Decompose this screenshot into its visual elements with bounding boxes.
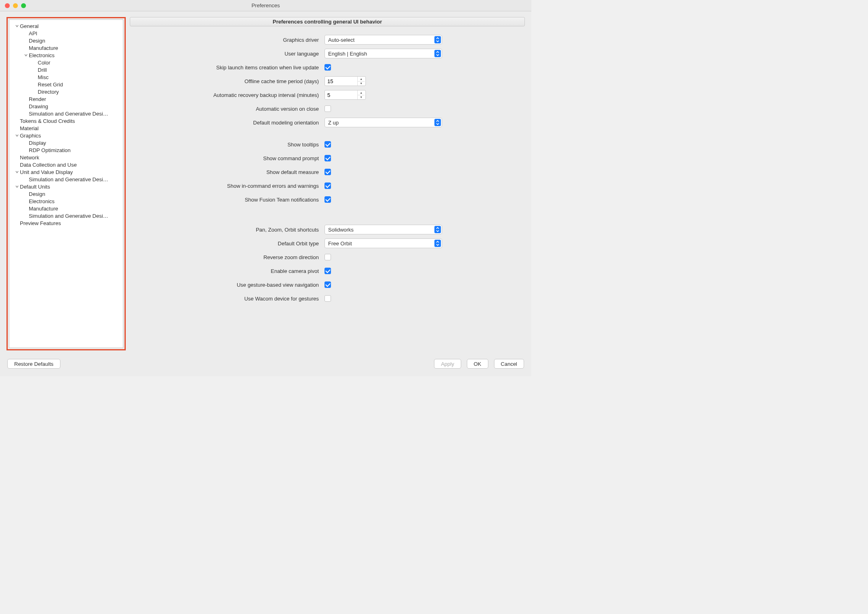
tree-item[interactable]: General	[11, 22, 121, 30]
tree-item[interactable]: Material	[11, 125, 121, 132]
updown-icon	[434, 240, 441, 247]
dropdown-value: Free Orbit	[328, 240, 352, 247]
tree-item-label: Network	[20, 155, 39, 161]
tree-item[interactable]: Display	[11, 139, 121, 146]
tree-item-label: Unit and Value Display	[20, 169, 73, 175]
ok-button[interactable]: OK	[467, 359, 488, 369]
setting-label: Pan, Zoom, Orbit shortcuts	[130, 227, 324, 233]
tree-item-label: Tokens & Cloud Credits	[20, 118, 75, 124]
dropdown[interactable]: English | English	[324, 49, 442, 58]
chevron-down-icon[interactable]	[14, 134, 20, 137]
setting-row: Show tooltips	[130, 139, 522, 150]
setting-label: Offline cache time period (days)	[130, 78, 324, 84]
tree-item[interactable]: Render	[11, 95, 121, 103]
tree-item[interactable]: Network	[11, 154, 121, 161]
chevron-down-icon[interactable]	[14, 170, 20, 174]
preferences-tree[interactable]: GeneralAPIDesignManufactureElectronicsCo…	[9, 19, 123, 348]
checkbox[interactable]	[324, 281, 331, 288]
spinner-down-icon[interactable]: ▼	[358, 82, 365, 86]
spinner-input[interactable]	[325, 90, 357, 99]
tree-item-label: Reset Grid	[38, 82, 63, 88]
tree-item[interactable]: API	[11, 30, 121, 37]
tree-item[interactable]: Electronics	[11, 52, 121, 59]
tree-item[interactable]: Reset Grid	[11, 81, 121, 88]
setting-label: Show default measure	[130, 169, 324, 175]
spinner-input[interactable]	[325, 77, 357, 86]
chevron-down-icon[interactable]	[14, 185, 20, 188]
setting-label: Graphics driver	[130, 37, 324, 43]
tree-item-label: Drawing	[29, 103, 48, 109]
footer: Restore Defaults Apply OK Cancel	[0, 355, 531, 376]
updown-icon	[434, 36, 441, 43]
tree-item-label: Material	[20, 125, 39, 131]
checkbox[interactable]	[324, 254, 331, 260]
spinner-up-icon[interactable]: ▲	[358, 77, 365, 82]
dropdown-value: Auto-select	[328, 37, 355, 43]
body: GeneralAPIDesignManufactureElectronicsCo…	[0, 11, 531, 355]
checkbox[interactable]	[324, 295, 331, 302]
tree-item[interactable]: RDP Optimization	[11, 146, 121, 154]
setting-row: Pan, Zoom, Orbit shortcutsSolidworks	[130, 224, 522, 235]
tree-item-label: Electronics	[29, 198, 55, 204]
setting-label: Automatic recovery backup interval (minu…	[130, 92, 324, 98]
tree-item[interactable]: Design	[11, 190, 121, 198]
titlebar: Preferences	[0, 0, 531, 11]
tree-item-label: Render	[29, 96, 46, 102]
tree-item-label: Electronics	[29, 52, 55, 58]
tree-item[interactable]: Manufacture	[11, 44, 121, 52]
checkbox[interactable]	[324, 155, 331, 161]
updown-icon	[434, 226, 441, 233]
setting-row: Graphics driverAuto-select	[130, 34, 522, 45]
checkbox[interactable]	[324, 169, 331, 175]
tree-item[interactable]: Drill	[11, 66, 121, 73]
apply-button[interactable]: Apply	[434, 359, 461, 369]
checkbox[interactable]	[324, 105, 331, 112]
checkbox[interactable]	[324, 182, 331, 189]
setting-label: Enable camera pivot	[130, 268, 324, 274]
updown-icon	[434, 50, 441, 57]
tree-item[interactable]: Manufacture	[11, 205, 121, 212]
number-spinner[interactable]: ▲▼	[324, 90, 366, 100]
tree-item[interactable]: Simulation and Generative Desi…	[11, 176, 121, 183]
tree-item-label: Simulation and Generative Desi…	[29, 176, 108, 182]
checkbox[interactable]	[324, 141, 331, 148]
tree-item[interactable]: Unit and Value Display	[11, 168, 121, 176]
content-panel: Preferences controlling general UI behav…	[130, 17, 525, 352]
spinner-up-icon[interactable]: ▲	[358, 90, 365, 95]
number-spinner[interactable]: ▲▼	[324, 76, 366, 86]
checkbox[interactable]	[324, 196, 331, 203]
dropdown[interactable]: Free Orbit	[324, 238, 442, 248]
tree-item-label: Design	[29, 191, 45, 197]
dropdown[interactable]: Z up	[324, 118, 442, 127]
tree-item[interactable]: Drawing	[11, 103, 121, 110]
tree-item[interactable]: Default Units	[11, 183, 121, 190]
content-header: Preferences controlling general UI behav…	[130, 17, 525, 26]
tree-item[interactable]: Tokens & Cloud Credits	[11, 117, 121, 125]
tree-item[interactable]: Simulation and Generative Desi…	[11, 110, 121, 117]
tree-item-label: Graphics	[20, 133, 41, 139]
tree-item[interactable]: Data Collection and Use	[11, 161, 121, 168]
tree-item[interactable]: Misc	[11, 73, 121, 81]
chevron-down-icon[interactable]	[23, 54, 29, 57]
chevron-down-icon[interactable]	[14, 24, 20, 28]
setting-row: Reverse zoom direction	[130, 252, 522, 262]
cancel-button[interactable]: Cancel	[494, 359, 524, 369]
tree-item[interactable]: Preview Features	[11, 219, 121, 227]
tree-item[interactable]: Graphics	[11, 132, 121, 139]
checkbox[interactable]	[324, 268, 331, 274]
tree-item[interactable]: Electronics	[11, 198, 121, 205]
setting-label: Default modeling orientation	[130, 120, 324, 126]
window-title: Preferences	[0, 2, 531, 9]
restore-defaults-button[interactable]: Restore Defaults	[7, 359, 60, 369]
tree-item-label: Drill	[38, 67, 47, 73]
spinner-down-icon[interactable]: ▼	[358, 95, 365, 100]
dropdown-value: Solidworks	[328, 227, 354, 233]
tree-item[interactable]: Directory	[11, 88, 121, 95]
tree-item[interactable]: Design	[11, 37, 121, 44]
checkbox[interactable]	[324, 64, 331, 71]
tree-item[interactable]: Color	[11, 59, 121, 66]
dropdown[interactable]: Solidworks	[324, 225, 442, 234]
dropdown[interactable]: Auto-select	[324, 35, 442, 45]
settings-form: Graphics driverAuto-selectUser languageE…	[130, 34, 525, 352]
tree-item[interactable]: Simulation and Generative Desi…	[11, 212, 121, 219]
